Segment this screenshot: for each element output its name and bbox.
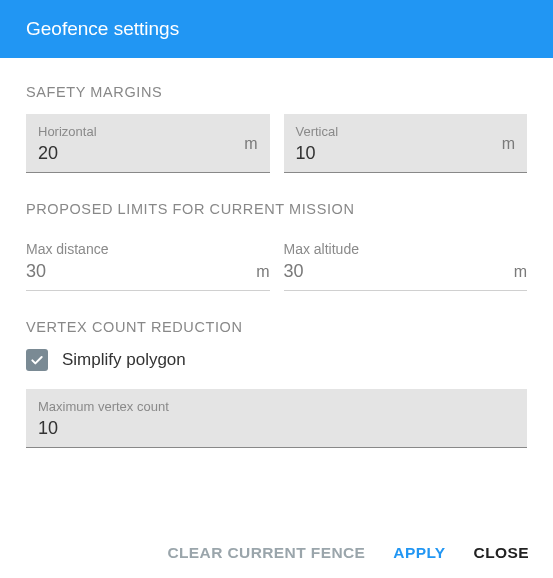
max-distance-unit: m: [256, 263, 269, 281]
dialog-button-bar: CLEAR CURRENT FENCE APPLY CLOSE: [0, 530, 553, 578]
simplify-polygon-label: Simplify polygon: [62, 350, 186, 370]
max-vertex-count-label: Maximum vertex count: [38, 399, 515, 414]
max-vertex-count-field[interactable]: Maximum vertex count: [26, 389, 527, 448]
dialog-content: SAFETY MARGINS Horizontal m Vertical m P…: [0, 58, 553, 530]
dialog-title: Geofence settings: [26, 18, 179, 39]
max-vertex-count-input[interactable]: [38, 418, 515, 439]
close-button[interactable]: CLOSE: [474, 544, 529, 562]
max-distance-field[interactable]: Max distance m: [26, 231, 270, 291]
proposed-limits-row: Max distance m Max altitude m: [26, 231, 527, 291]
section-heading-safety: SAFETY MARGINS: [26, 84, 527, 100]
vertical-margin-input[interactable]: [296, 143, 496, 164]
dialog-titlebar: Geofence settings: [0, 0, 553, 58]
check-icon: [29, 352, 45, 368]
max-altitude-input[interactable]: [284, 261, 508, 282]
max-altitude-unit: m: [514, 263, 527, 281]
geofence-settings-dialog: Geofence settings SAFETY MARGINS Horizon…: [0, 0, 553, 578]
horizontal-margin-label: Horizontal: [38, 124, 258, 139]
clear-current-fence-button[interactable]: CLEAR CURRENT FENCE: [167, 544, 365, 562]
section-heading-proposed: PROPOSED LIMITS FOR CURRENT MISSION: [26, 201, 527, 217]
vertical-margin-unit: m: [502, 135, 515, 153]
safety-margins-row: Horizontal m Vertical m: [26, 114, 527, 173]
horizontal-margin-unit: m: [244, 135, 257, 153]
horizontal-margin-field[interactable]: Horizontal m: [26, 114, 270, 173]
section-heading-vertex: VERTEX COUNT REDUCTION: [26, 319, 527, 335]
simplify-polygon-row: Simplify polygon: [26, 349, 527, 371]
max-altitude-label: Max altitude: [284, 241, 528, 257]
simplify-polygon-checkbox[interactable]: [26, 349, 48, 371]
max-altitude-field[interactable]: Max altitude m: [284, 231, 528, 291]
apply-button[interactable]: APPLY: [393, 544, 445, 562]
max-distance-label: Max distance: [26, 241, 270, 257]
max-distance-input[interactable]: [26, 261, 250, 282]
vertical-margin-field[interactable]: Vertical m: [284, 114, 528, 173]
vertical-margin-label: Vertical: [296, 124, 516, 139]
horizontal-margin-input[interactable]: [38, 143, 238, 164]
